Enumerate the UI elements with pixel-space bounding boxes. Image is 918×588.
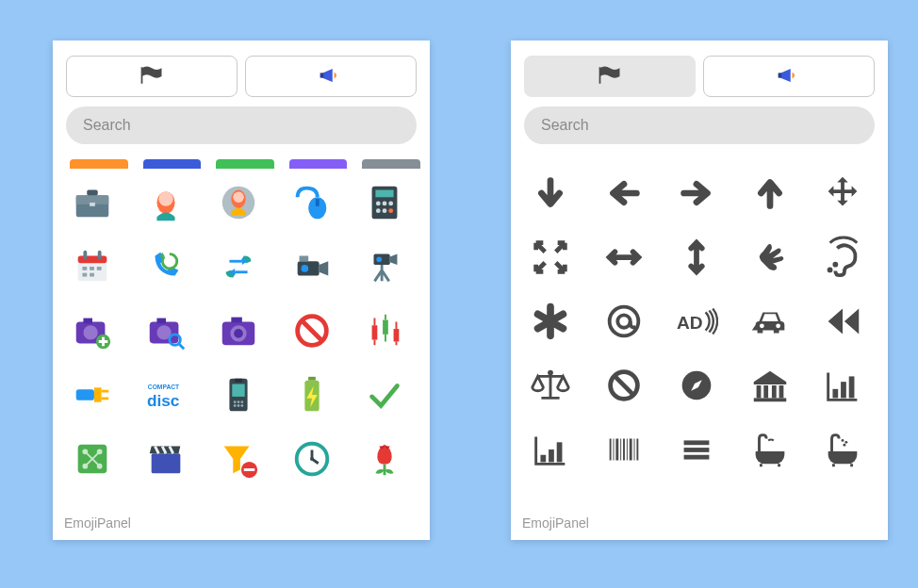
svg-rect-102 — [629, 439, 631, 461]
search-container — [53, 106, 430, 154]
svg-rect-26 — [82, 273, 87, 277]
clapperboard-icon[interactable] — [143, 436, 189, 482]
at-sign-icon[interactable] — [601, 299, 647, 344]
svg-point-8 — [233, 192, 244, 204]
circuit-icon[interactable] — [70, 436, 115, 482]
bath-icon[interactable] — [747, 427, 793, 472]
svg-rect-49 — [76, 389, 94, 400]
woman-circle-icon[interactable] — [216, 180, 261, 225]
bars-menu-icon[interactable] — [674, 427, 719, 472]
bath-alt-icon[interactable] — [820, 427, 865, 472]
briefcase-icon[interactable] — [70, 180, 115, 225]
arrows-move-icon[interactable] — [820, 171, 865, 216]
plug-icon[interactable] — [70, 372, 115, 417]
svg-point-16 — [376, 208, 381, 213]
bank-icon[interactable] — [747, 363, 793, 408]
arrows-expand-icon[interactable] — [528, 235, 573, 280]
svg-rect-98 — [615, 439, 618, 461]
svg-rect-89 — [754, 398, 787, 401]
svg-point-80 — [760, 323, 764, 328]
svg-rect-50 — [94, 387, 102, 401]
compass-icon[interactable] — [674, 363, 719, 408]
svg-rect-0 — [141, 67, 143, 84]
sign-language-icon[interactable] — [747, 235, 793, 280]
ban-icon[interactable] — [601, 363, 647, 408]
compact-disc-icon[interactable]: COMPACTdisc — [143, 372, 189, 417]
svg-point-32 — [377, 256, 383, 262]
checkmark-icon[interactable] — [362, 372, 407, 417]
svg-rect-93 — [540, 455, 546, 463]
arrow-right-icon[interactable] — [674, 171, 719, 216]
camera-icon[interactable] — [216, 308, 261, 353]
flag-icon — [139, 65, 165, 89]
assistive-listening-icon[interactable] — [820, 235, 865, 280]
balance-scale-icon[interactable] — [528, 363, 573, 408]
arrows-v-icon[interactable] — [674, 235, 719, 280]
svg-text:COMPACT: COMPACT — [147, 384, 179, 390]
cancel-icon[interactable] — [289, 308, 335, 353]
svg-rect-104 — [636, 439, 638, 461]
barcode-icon[interactable] — [601, 427, 647, 472]
icon-grid-scroll[interactable]: COMPACTdisc — [53, 154, 430, 508]
arrow-up-icon[interactable] — [747, 171, 793, 216]
emoji-panel-mono: AD EmojiPanel — [511, 41, 888, 540]
mouse-cable-icon[interactable] — [289, 180, 335, 225]
tulip-icon[interactable] — [362, 436, 407, 482]
clock-icon[interactable] — [289, 436, 335, 482]
fast-backward-icon[interactable] — [820, 299, 865, 344]
search-container — [511, 106, 888, 154]
asterisk-icon[interactable] — [528, 299, 573, 344]
search-input[interactable] — [66, 106, 417, 144]
phone-refresh-icon[interactable] — [143, 244, 189, 289]
svg-rect-22 — [98, 251, 102, 260]
icon-grid-scroll[interactable]: AD — [511, 154, 888, 508]
svg-point-35 — [83, 325, 97, 339]
svg-rect-91 — [841, 382, 846, 398]
funnel-minus-icon[interactable] — [216, 436, 261, 482]
svg-point-76 — [833, 262, 839, 268]
arrow-down-icon[interactable] — [528, 171, 573, 216]
svg-rect-1 — [320, 73, 324, 77]
tab-flags[interactable] — [524, 56, 696, 97]
svg-rect-47 — [383, 320, 388, 335]
camera-search-icon[interactable] — [143, 308, 189, 353]
arrows-h-icon[interactable] — [601, 235, 647, 280]
tab-flags[interactable] — [66, 56, 238, 97]
audio-description-icon[interactable]: AD — [674, 299, 719, 344]
phone-transfer-icon[interactable] — [216, 244, 261, 289]
svg-rect-4 — [87, 190, 98, 196]
svg-rect-24 — [90, 267, 94, 270]
svg-rect-23 — [82, 267, 87, 270]
panel-footer: EmojiPanel — [53, 508, 430, 540]
camera-plus-icon[interactable] — [70, 308, 115, 353]
svg-rect-38 — [156, 318, 166, 324]
svg-rect-27 — [90, 273, 94, 277]
svg-rect-63 — [308, 377, 316, 381]
camcorder-icon[interactable] — [289, 244, 335, 289]
tab-announce[interactable] — [245, 56, 417, 97]
car-icon[interactable] — [747, 299, 793, 344]
tab-announce[interactable] — [703, 56, 875, 97]
search-input[interactable] — [524, 106, 875, 144]
svg-rect-5 — [90, 203, 95, 206]
calculator-icon[interactable] — [362, 180, 407, 225]
svg-rect-34 — [83, 318, 92, 324]
svg-point-18 — [389, 208, 394, 213]
battery-charging-icon[interactable] — [289, 372, 335, 417]
svg-point-81 — [776, 323, 780, 328]
icon-grid-color: COMPACTdisc — [66, 169, 424, 491]
candlestick-icon[interactable] — [362, 308, 407, 353]
calendar-icon[interactable] — [70, 244, 115, 289]
svg-rect-54 — [232, 384, 244, 397]
svg-rect-69 — [151, 453, 180, 473]
svg-point-82 — [548, 370, 553, 376]
svg-point-60 — [241, 404, 244, 407]
woman-icon[interactable] — [143, 180, 189, 225]
svg-point-44 — [234, 329, 243, 338]
camcorder-tripod-icon[interactable] — [362, 244, 407, 289]
bar-chart-inc-icon[interactable] — [528, 427, 573, 472]
arrow-left-icon[interactable] — [601, 171, 647, 216]
bar-chart-icon[interactable] — [820, 363, 865, 408]
svg-text:disc: disc — [146, 391, 179, 410]
phone-handset-icon[interactable] — [216, 372, 261, 417]
